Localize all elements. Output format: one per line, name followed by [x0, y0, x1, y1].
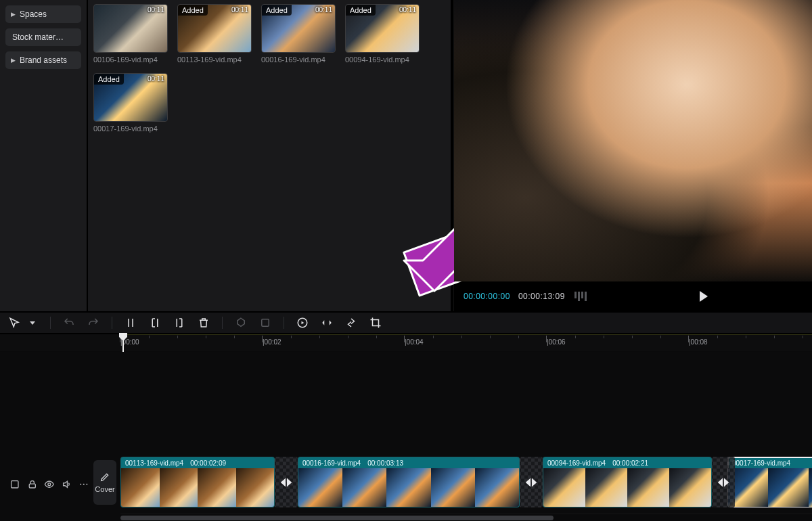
cover-label: Cover [95, 485, 114, 493]
pointer-tool[interactable] [7, 315, 22, 330]
media-thumb[interactable]: Added 00:11 [261, 4, 336, 53]
preview-playbar: 00:00:00:00 00:00:13:09 [454, 281, 812, 311]
svg-point-5 [81, 484, 82, 485]
sidebar-item-spaces[interactable]: ▶ Spaces [5, 5, 81, 23]
preview-viewport[interactable] [454, 0, 812, 281]
media-library: 00:11 00106-169-vid.mp4 Added 00:11 0011… [88, 0, 453, 311]
duration-label: 00:11 [148, 75, 164, 83]
transition-icon [279, 475, 294, 490]
eye-icon[interactable] [44, 479, 55, 490]
mirror-tool[interactable] [319, 315, 334, 330]
added-badge: Added [94, 74, 124, 85]
chevron-down-icon [30, 321, 35, 325]
total-time: 00:00:13:09 [518, 292, 565, 301]
duration-label: 00:11 [315, 6, 332, 14]
sidebar-item-label: Brand assets [20, 55, 67, 65]
cover-button[interactable]: Cover [93, 460, 116, 505]
audio-meter-icon [574, 292, 587, 301]
boundary-tool[interactable] [258, 315, 273, 330]
media-filename: 00017-169-vid.mp4 [93, 124, 168, 133]
timeline-clip[interactable]: 00017-169-vid.mp4 [727, 457, 812, 507]
split-tool[interactable] [123, 315, 138, 330]
trim-out-tool[interactable] [172, 315, 187, 330]
clip-duration: 00:00:02:21 [612, 459, 648, 467]
clip-filename: 00113-169-vid.mp4 [125, 459, 183, 467]
clip-header: 00017-169-vid.mp4 [728, 457, 812, 468]
svg-point-4 [48, 483, 51, 486]
clip-filename: 00016-169-vid.mp4 [302, 459, 361, 467]
trim-in-tool[interactable] [148, 315, 162, 330]
timeline-ruler[interactable]: |00:00|00:02|00:04|00:06|00:08 [0, 334, 812, 352]
play-button[interactable] [700, 291, 708, 302]
clip-header: 00016-169-vid.mp400:00:03:13 [298, 457, 519, 468]
pencil-icon [99, 472, 110, 482]
selection-icon[interactable] [9, 479, 20, 490]
chevron-right-icon: ▶ [11, 57, 16, 64]
sidebar-item-label: Stock mater… [12, 32, 64, 42]
ruler-tick: |00:08 [689, 338, 708, 346]
undo-button[interactable] [62, 315, 76, 330]
scroll-thumb[interactable] [120, 516, 554, 520]
timeline-clip[interactable]: 00113-169-vid.mp400:00:02:09 [120, 457, 275, 507]
clip-filename: 00017-169-vid.mp4 [732, 459, 790, 467]
svg-point-6 [83, 484, 85, 485]
duration-label: 00:11 [399, 6, 416, 14]
speed-tool[interactable] [295, 315, 310, 330]
transition[interactable] [520, 457, 543, 507]
sidebar-item-stock-material[interactable]: Stock mater… [5, 28, 81, 46]
speaker-icon[interactable] [62, 479, 72, 490]
media-thumb[interactable]: Added 00:11 [93, 73, 168, 122]
media-filename: 00106-169-vid.mp4 [93, 55, 168, 64]
reverse-tool[interactable] [344, 315, 359, 330]
marker-tool[interactable] [233, 315, 248, 330]
clip-duration: 00:00:03:13 [367, 459, 403, 467]
media-filename: 00016-169-vid.mp4 [261, 55, 336, 64]
redo-button[interactable] [86, 315, 101, 330]
ruler-tick: |00:04 [405, 338, 424, 346]
sidebar-item-label: Spaces [20, 9, 47, 19]
timeline-clip[interactable]: 00094-169-vid.mp400:00:02:21 [543, 457, 712, 507]
left-sidebar: ▶ Spaces Stock mater… ▶ Brand assets [0, 0, 88, 311]
svg-rect-0 [262, 319, 269, 327]
clip-filename: 00094-169-vid.mp4 [547, 459, 606, 467]
svg-point-7 [87, 484, 88, 485]
clip-duration: 00:00:02:09 [190, 459, 226, 467]
track-header [0, 466, 89, 503]
added-badge: Added [178, 5, 208, 16]
transition-icon [524, 475, 539, 490]
clip-header: 00113-169-vid.mp400:00:02:09 [121, 457, 274, 468]
ruler-tick: |00:06 [547, 338, 566, 346]
duration-label: 00:11 [148, 6, 164, 14]
media-filename: 00113-169-vid.mp4 [177, 55, 252, 64]
delete-tool[interactable] [196, 315, 211, 330]
pointer-dropdown[interactable] [24, 315, 39, 330]
lock-icon[interactable] [27, 479, 38, 490]
play-icon [700, 291, 708, 302]
sidebar-item-brand-assets[interactable]: ▶ Brand assets [5, 51, 81, 69]
media-thumb[interactable]: Added 00:11 [345, 4, 420, 53]
more-icon[interactable] [78, 479, 89, 490]
svg-rect-2 [12, 481, 18, 488]
timeline-clip[interactable]: 00016-169-vid.mp400:00:03:13 [298, 457, 520, 507]
timeline-toolbar [0, 311, 812, 334]
media-thumb[interactable]: Added 00:11 [177, 4, 252, 53]
ruler-tick: |00:02 [263, 338, 281, 346]
current-time: 00:00:00:00 [464, 292, 510, 301]
crop-tool[interactable] [368, 315, 383, 330]
transition[interactable] [275, 457, 298, 507]
media-thumb[interactable]: 00:11 [93, 4, 168, 53]
added-badge: Added [262, 5, 292, 16]
duration-label: 00:11 [231, 6, 248, 14]
media-filename: 00094-169-vid.mp4 [345, 55, 420, 64]
transition[interactable] [712, 457, 735, 507]
chevron-right-icon: ▶ [11, 11, 16, 18]
timeline[interactable]: Cover 00113-169-vid.mp400:00:02:0900016-… [0, 352, 812, 521]
clip-header: 00094-169-vid.mp400:00:02:21 [543, 457, 711, 468]
preview-panel: 00:00:00:00 00:00:13:09 [453, 0, 812, 311]
transition-icon [716, 475, 731, 490]
svg-rect-3 [29, 484, 35, 488]
horizontal-scrollbar[interactable] [120, 514, 812, 521]
added-badge: Added [346, 5, 376, 16]
ruler-tick: |00:00 [120, 338, 139, 346]
